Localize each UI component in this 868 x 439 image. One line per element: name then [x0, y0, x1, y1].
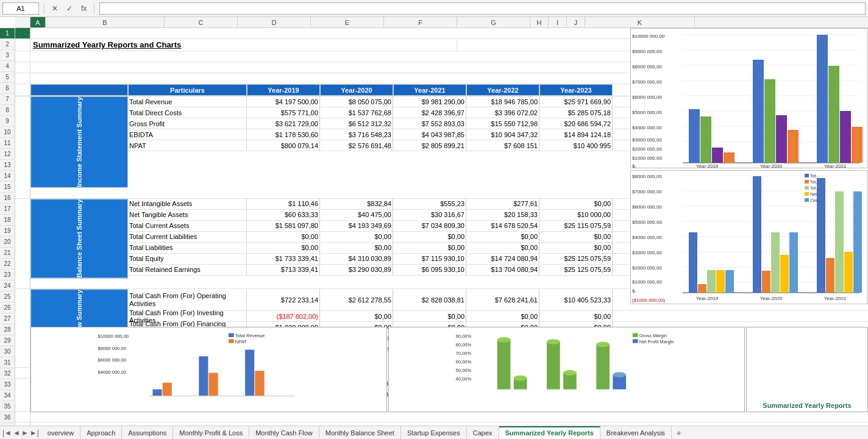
- row-num-12[interactable]: 12: [0, 149, 15, 160]
- svg-rect-59: [712, 148, 723, 163]
- cell-a4: [15, 62, 30, 73]
- cell-a3: [15, 51, 30, 62]
- tab-monthly-bs[interactable]: Monthly Balance Sheet: [319, 426, 401, 440]
- chart2-container: $8000 000,00 $7000 000,00 $6000 000,00 $…: [630, 170, 868, 304]
- svg-text:$6000 000,00: $6000 000,00: [98, 357, 126, 363]
- cell-reference-box[interactable]: A1: [2, 2, 39, 15]
- row-num-14[interactable]: 14: [0, 171, 15, 182]
- svg-text:$8000 000,00: $8000 000,00: [98, 346, 126, 351]
- col-header-h[interactable]: H: [530, 17, 549, 27]
- row-num-16[interactable]: 16: [0, 193, 15, 204]
- bs-row7-part: Total Retained Earnings: [128, 265, 247, 275]
- row-num-4[interactable]: 4: [0, 61, 15, 72]
- tab-last-arrow[interactable]: ►|: [30, 429, 39, 437]
- row-num-8[interactable]: 8: [0, 105, 15, 116]
- tab-monthly-pl[interactable]: Monthly Profit & Loss: [173, 426, 249, 440]
- row-num-19[interactable]: 19: [0, 226, 15, 237]
- row-numbers: 1 2 3 4 5 6 7 8 9 10 11 12 13 14 15 16 1…: [0, 28, 15, 426]
- col-header-i[interactable]: I: [549, 17, 567, 27]
- row-num-21[interactable]: 21: [0, 248, 15, 259]
- confirm-icon[interactable]: ✓: [64, 3, 75, 14]
- row-num-32[interactable]: 32: [0, 368, 15, 379]
- col-header-g[interactable]: G: [457, 17, 530, 27]
- ratios-chart-svg: 90,00% 80,00% 70,00% 60,00% 50,00% 40,00…: [391, 330, 742, 409]
- svg-text:$2000 000,00: $2000 000,00: [632, 265, 662, 271]
- tab-assumptions[interactable]: Assumptions: [122, 426, 173, 440]
- row-num-22[interactable]: 22: [0, 259, 15, 269]
- row-num-24[interactable]: 24: [0, 280, 15, 291]
- row-num-25[interactable]: 25: [0, 291, 15, 302]
- svg-rect-111: [805, 180, 809, 184]
- row-num-7[interactable]: 7: [0, 94, 15, 105]
- svg-text:$-: $-: [632, 163, 636, 169]
- col-header-f[interactable]: F: [384, 17, 457, 27]
- svg-rect-4: [152, 390, 162, 396]
- tab-approach[interactable]: Approach: [80, 426, 122, 440]
- svg-rect-93: [707, 270, 716, 293]
- tab-overview[interactable]: overview: [41, 426, 80, 440]
- svg-rect-102: [826, 258, 834, 293]
- tab-breakeven[interactable]: Breakeven Analysis: [600, 426, 672, 440]
- row-num-26[interactable]: 26: [0, 302, 15, 313]
- row-num-11[interactable]: 11: [0, 138, 15, 149]
- tab-first-arrow[interactable]: |◄: [2, 429, 12, 437]
- row-num-17[interactable]: 17: [0, 204, 15, 215]
- row-num-30[interactable]: 30: [0, 346, 15, 357]
- row-num-2[interactable]: 2: [0, 39, 15, 50]
- col-header-k[interactable]: K: [585, 17, 695, 27]
- bs-row5-2021: $0,00: [393, 243, 466, 253]
- fx-icon[interactable]: fx: [79, 3, 89, 14]
- col-header-d[interactable]: D: [238, 17, 311, 27]
- row-num-5[interactable]: 5: [0, 72, 15, 83]
- row-num-35[interactable]: 35: [0, 401, 15, 412]
- svg-text:Year-2021: Year-2021: [824, 296, 847, 301]
- cf-row1-2020: $2 612 278,55: [320, 289, 393, 310]
- svg-rect-96: [753, 176, 761, 293]
- row-num-13[interactable]: 13: [0, 160, 15, 171]
- svg-text:$5000 000,00: $5000 000,00: [632, 220, 662, 225]
- row-num-27[interactable]: 27: [0, 313, 15, 324]
- svg-rect-97: [762, 271, 770, 293]
- row-num-15[interactable]: 15: [0, 182, 15, 193]
- tab-capex[interactable]: Capex: [467, 426, 499, 440]
- row-num-1[interactable]: 1: [0, 28, 15, 39]
- tab-summarized[interactable]: Summarized Yearly Reports: [499, 426, 600, 440]
- row-num-31[interactable]: 31: [0, 357, 15, 368]
- row-num-10[interactable]: 10: [0, 127, 15, 138]
- row-num-6[interactable]: 6: [0, 83, 15, 94]
- row-num-23[interactable]: 23: [0, 269, 15, 280]
- svg-text:$9000 000,00: $9000 000,00: [632, 49, 662, 54]
- row-num-29[interactable]: 29: [0, 335, 15, 346]
- svg-text:$7000 000,00: $7000 000,00: [632, 189, 662, 195]
- col-header-b[interactable]: B: [46, 17, 165, 27]
- row-num-3[interactable]: 3: [0, 50, 15, 61]
- row-num-36[interactable]: 36: [0, 412, 15, 423]
- svg-text:$3000 000,00: $3000 000,00: [632, 250, 662, 255]
- col-header-a[interactable]: A: [30, 17, 46, 27]
- row-num-9[interactable]: 9: [0, 116, 15, 127]
- svg-text:$1000 000,00: $1000 000,00: [632, 155, 662, 161]
- col-header-e[interactable]: E: [311, 17, 384, 27]
- is-row1-2021: $9 981 290,00: [393, 96, 466, 107]
- row-num-33[interactable]: 33: [0, 379, 15, 390]
- row-num-28[interactable]: 28: [0, 324, 15, 335]
- cancel-icon[interactable]: ✕: [49, 3, 60, 14]
- tab-monthly-cashflow[interactable]: Monthly Cash Flow: [249, 426, 319, 440]
- tab-startup[interactable]: Startup Expenses: [401, 426, 467, 440]
- col-header-c[interactable]: C: [165, 17, 238, 27]
- tab-next-arrow[interactable]: ►: [21, 429, 29, 437]
- cell-a5: [15, 73, 30, 84]
- bs-row4-2020: $0,00: [320, 232, 393, 242]
- formula-input[interactable]: [99, 2, 866, 15]
- row-num-34[interactable]: 34: [0, 390, 15, 401]
- row-num-20[interactable]: 20: [0, 237, 15, 248]
- header-particulars: Particulars: [128, 84, 247, 96]
- svg-rect-66: [828, 66, 839, 163]
- tab-add-button[interactable]: +: [672, 428, 686, 438]
- svg-text:$8000 000,00: $8000 000,00: [632, 174, 662, 179]
- bs-row1-2019: $1 110,46: [247, 199, 320, 209]
- tab-prev-arrow[interactable]: ◄: [13, 429, 20, 437]
- row-num-18[interactable]: 18: [0, 215, 15, 226]
- col-header-j[interactable]: J: [567, 17, 585, 27]
- cell-a1[interactable]: [15, 28, 30, 38]
